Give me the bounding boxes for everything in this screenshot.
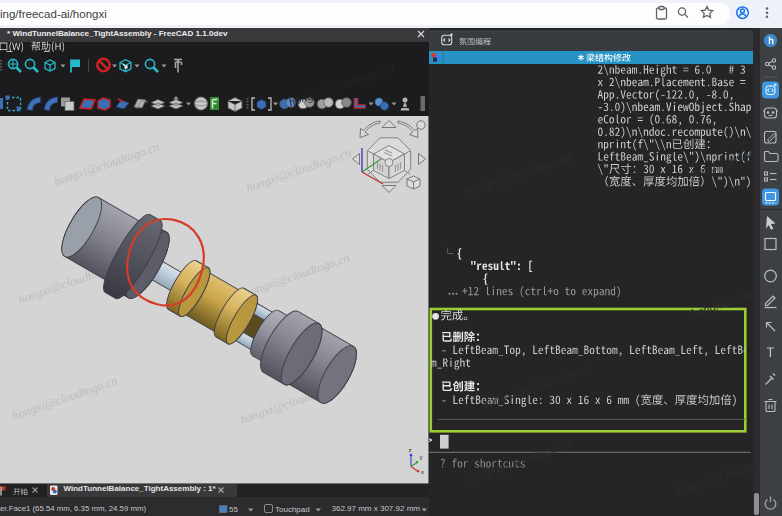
- svg-text:hongxi@cloudtogo.cn: hongxi@cloudtogo.cn: [464, 150, 573, 199]
- svg-text:hongxi@cloudtogo.cn: hongxi@cloudtogo.cn: [689, 132, 760, 181]
- svg-text:y: y: [420, 454, 423, 460]
- svg-text:hongxi@cloudtogo.cn: hongxi@cloudtogo.cn: [464, 437, 573, 486]
- svg-text:z: z: [409, 447, 412, 453]
- svg-text:hongxi@cloudtogo.cn: hongxi@cloudtogo.cn: [689, 272, 760, 321]
- svg-text:x: x: [421, 469, 424, 475]
- svg-text:hongxi@cloudtogo.cn: hongxi@cloudtogo.cn: [674, 450, 760, 499]
